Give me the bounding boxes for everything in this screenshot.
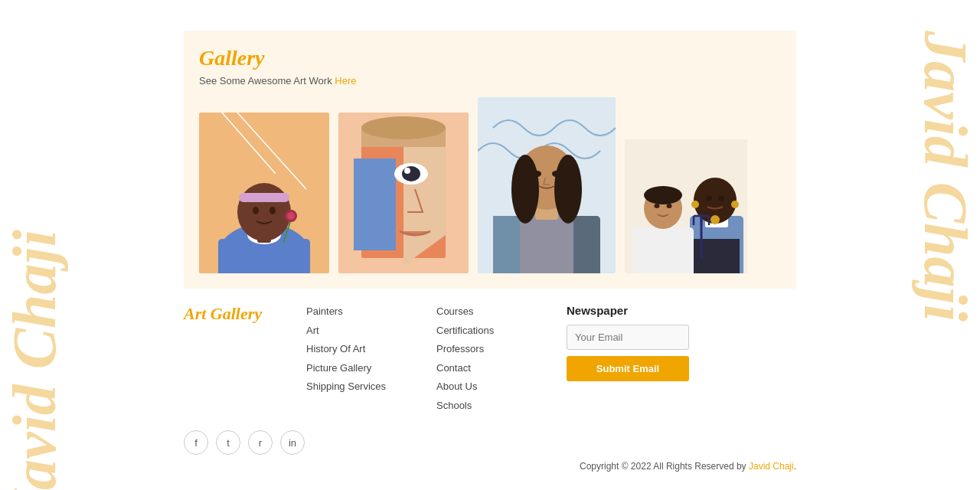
footer-link-picture-gallery[interactable]: Picture Gallery — [306, 361, 406, 376]
svg-point-29 — [511, 155, 539, 224]
social-reddit[interactable]: r — [248, 430, 273, 455]
gallery-title: Gallery — [199, 46, 781, 70]
social-row: f t r in — [184, 430, 796, 455]
svg-point-30 — [554, 155, 582, 224]
newsletter-title: Newspaper — [567, 304, 689, 317]
gallery-image-2 — [338, 113, 469, 273]
footer-col-2: Courses Certifications Professors Contac… — [436, 304, 536, 416]
svg-rect-8 — [239, 193, 289, 202]
svg-point-13 — [287, 212, 295, 220]
footer-brand-name: Art Gallery — [184, 304, 276, 324]
svg-point-47 — [644, 186, 682, 204]
footer-link-courses[interactable]: Courses — [436, 304, 536, 319]
svg-point-41 — [718, 196, 724, 201]
footer-brand: Art Gallery — [184, 304, 276, 324]
footer-link-shipping[interactable]: Shipping Services — [306, 379, 406, 394]
footer-link-history[interactable]: History Of Art — [306, 341, 406, 357]
gallery-section: Gallery See Some Awesome Art Work Here — [184, 31, 796, 289]
social-linkedin[interactable]: in — [280, 430, 305, 455]
watermark-left: Javid Chaji — [0, 31, 70, 490]
copyright-row: Copyright © 2022 All Rights Reserved by … — [184, 461, 796, 472]
footer-link-professors[interactable]: Professors — [436, 341, 536, 357]
gallery-link[interactable]: Here — [335, 75, 356, 87]
social-twitter[interactable]: t — [216, 430, 240, 455]
footer-link-painters[interactable]: Painters — [306, 304, 406, 319]
svg-point-9 — [253, 207, 259, 214]
gallery-image-1 — [199, 113, 329, 273]
footer-col-1: Painters Art History Of Art Picture Gall… — [306, 304, 406, 398]
svg-point-39 — [731, 201, 739, 208]
footer-link-certifications[interactable]: Certifications — [436, 323, 536, 338]
footer-newsletter: Newspaper Submit Email — [567, 304, 689, 381]
svg-point-19 — [402, 166, 420, 181]
svg-rect-42 — [632, 227, 694, 273]
svg-point-45 — [655, 204, 660, 208]
svg-rect-16 — [354, 158, 396, 250]
svg-point-20 — [404, 168, 410, 174]
newsletter-email-input[interactable] — [567, 325, 689, 350]
svg-point-46 — [667, 204, 672, 208]
svg-point-22 — [361, 116, 446, 139]
gallery-image-4 — [625, 139, 747, 273]
copyright-text: Copyright © 2022 All Rights Reserved by … — [580, 461, 796, 472]
footer-link-about[interactable]: About Us — [436, 379, 536, 394]
footer-link-art[interactable]: Art — [306, 323, 406, 338]
footer-link-contact[interactable]: Contact — [436, 361, 536, 376]
copyright-link[interactable]: Javid Chaji — [749, 461, 794, 472]
social-facebook[interactable]: f — [184, 430, 208, 455]
gallery-image-3 — [478, 97, 616, 273]
newsletter-submit-button[interactable]: Submit Email — [567, 356, 689, 381]
footer: Art Gallery Painters Art History Of Art … — [184, 289, 796, 424]
footer-link-schools[interactable]: Schools — [436, 398, 536, 413]
gallery-images — [199, 97, 781, 273]
svg-point-40 — [706, 196, 712, 201]
watermark-right: Javid Chaji — [910, 31, 980, 490]
gallery-subtitle: See Some Awesome Art Work Here — [199, 75, 781, 87]
svg-point-38 — [691, 201, 699, 208]
svg-point-7 — [237, 183, 291, 241]
svg-point-53 — [710, 215, 720, 224]
svg-point-31 — [534, 171, 541, 177]
svg-point-10 — [270, 207, 276, 214]
svg-point-32 — [552, 171, 560, 177]
